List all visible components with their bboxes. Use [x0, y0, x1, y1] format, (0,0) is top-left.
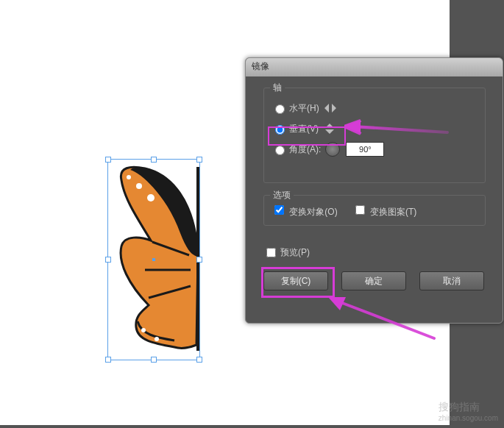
options-legend: 选项: [270, 189, 294, 201]
vertical-radio[interactable]: [275, 125, 285, 135]
watermark-brand: 搜狗指南: [439, 401, 480, 413]
axis-angle-row[interactable]: 角度(A):: [264, 141, 485, 157]
selection-center: [152, 258, 155, 261]
transform-objects-label: 变换对象(O): [289, 207, 337, 217]
preview-label: 预览(P): [280, 246, 310, 259]
resize-handle[interactable]: [151, 157, 157, 163]
resize-handle[interactable]: [151, 357, 157, 363]
horizontal-radio[interactable]: [275, 104, 285, 114]
transform-objects-checkbox[interactable]: [274, 205, 284, 215]
selection-box[interactable]: [107, 159, 200, 360]
mirror-dialog: 镜像 轴 水平(H) 垂直(V) 角度(A):: [245, 57, 503, 324]
options-group: 选项 变换对象(O) 变换图案(T): [263, 195, 486, 226]
transform-patterns-checkbox[interactable]: [355, 205, 365, 215]
svg-point-0: [147, 194, 155, 201]
resize-handle[interactable]: [105, 257, 111, 263]
flip-vertical-icon: [323, 124, 336, 134]
preview-checkbox[interactable]: [266, 248, 276, 257]
workspace: 镜像 轴 水平(H) 垂直(V) 角度(A):: [0, 0, 504, 428]
dialog-title-bar[interactable]: 镜像: [246, 58, 503, 76]
transform-patterns-label: 变换图案(T): [370, 207, 416, 217]
svg-point-2: [127, 175, 131, 179]
axis-legend: 轴: [270, 82, 285, 94]
transform-patterns-option[interactable]: 变换图案(T): [352, 203, 417, 218]
resize-handle[interactable]: [196, 157, 202, 163]
resize-handle[interactable]: [196, 257, 202, 263]
resize-handle[interactable]: [105, 357, 111, 363]
resize-handle[interactable]: [196, 357, 202, 363]
axis-horizontal-row[interactable]: 水平(H): [264, 100, 485, 116]
watermark: 搜狗指南 zhinan.sogou.com: [439, 401, 498, 422]
svg-point-3: [141, 328, 146, 332]
angle-radio[interactable]: [275, 146, 285, 155]
horizontal-label: 水平(H): [289, 102, 319, 115]
flip-horizontal-icon: [324, 103, 337, 113]
angle-input[interactable]: [346, 142, 384, 157]
transform-objects-option[interactable]: 变换对象(O): [271, 203, 338, 218]
watermark-url: zhinan.sogou.com: [439, 414, 498, 422]
dialog-title: 镜像: [252, 61, 269, 71]
angle-label: 角度(A):: [289, 143, 321, 156]
svg-point-4: [155, 337, 159, 341]
vertical-label: 垂直(V): [289, 123, 319, 135]
svg-point-1: [136, 183, 142, 189]
ok-button[interactable]: 确定: [341, 271, 406, 290]
axis-group: 轴 水平(H) 垂直(V) 角度(A):: [263, 88, 486, 183]
axis-vertical-row[interactable]: 垂直(V): [264, 121, 485, 137]
resize-handle[interactable]: [105, 157, 111, 163]
angle-dial-icon[interactable]: [325, 142, 340, 157]
copy-button[interactable]: 复制(C): [263, 271, 328, 290]
preview-option[interactable]: 预览(P): [263, 246, 310, 260]
cancel-button[interactable]: 取消: [419, 271, 484, 290]
